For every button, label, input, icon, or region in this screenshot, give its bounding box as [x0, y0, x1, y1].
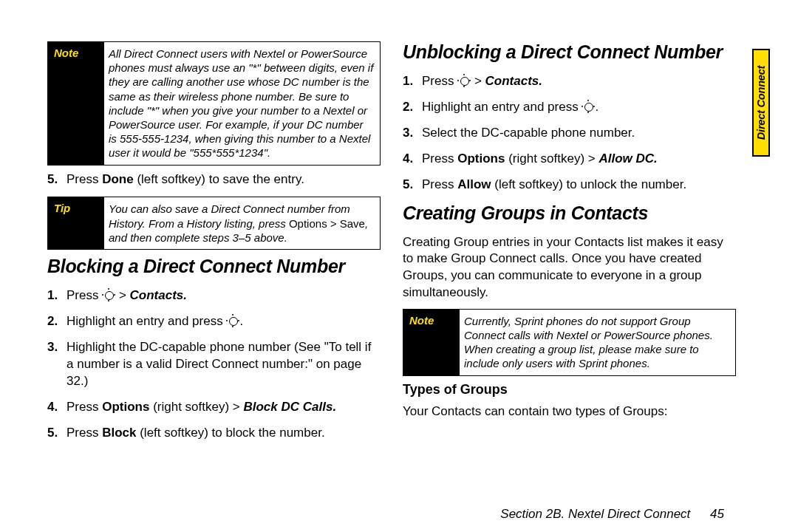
unblock-step-3: 3. Select the DC-capable phone number.: [403, 125, 736, 142]
text: (left softkey) to unlock the number.: [491, 177, 687, 191]
text: (left softkey) to block the number.: [136, 426, 324, 440]
unblock-step-4: 4. Press Options (right softkey) > Allow…: [403, 151, 736, 168]
block-step-4: 4. Press Options (right softkey) > Block…: [47, 399, 381, 416]
bold-text: Block: [102, 426, 136, 440]
save-steps-continued: 5. Press Done (left softkey) to save the…: [47, 171, 381, 188]
heading-blocking: Blocking a Direct Connect Number: [47, 256, 381, 277]
note-box-1: Note All Direct Connect users with Nexte…: [47, 41, 381, 166]
heading-groups: Creating Groups in Contacts: [403, 202, 736, 224]
text: .: [595, 100, 598, 114]
menu-item: Allow DC.: [598, 151, 657, 166]
block-step-2: 2. Highlight an entry and press .: [47, 313, 381, 330]
block-step-1: 1. Press > Contacts.: [47, 287, 381, 304]
step-5: 5. Press Done (left softkey) to save the…: [47, 171, 381, 188]
heading-types: Types of Groups: [403, 382, 736, 398]
text: Highlight the DC-capable phone number (S…: [66, 340, 371, 388]
block-step-5: 5. Press Block (left softkey) to block t…: [47, 425, 381, 442]
menu-item: Contacts.: [130, 288, 187, 302]
types-paragraph: Your Contacts can contain two types of G…: [403, 403, 736, 420]
blocking-steps: 1. Press > Contacts. 2. Highlight an ent…: [47, 287, 381, 442]
note-label: Note: [48, 42, 104, 165]
tip-body: You can also save a Direct Connect numbe…: [104, 197, 380, 249]
unblock-step-1: 1. Press > Contacts.: [403, 73, 736, 90]
text: (right softkey) >: [149, 400, 243, 414]
bold-text: Done: [102, 172, 134, 186]
side-tab-label: Direct Connect: [755, 66, 767, 140]
bold-text: Allow: [457, 177, 491, 191]
heading-unblocking: Unblocking a Direct Connect Number: [403, 41, 736, 63]
note-box-2: Note Currently, Sprint phones do not sup…: [403, 309, 736, 376]
section-label: Section 2B. Nextel Direct Connect: [500, 507, 690, 521]
menu-item: Block DC Calls.: [243, 400, 336, 414]
gt: >: [115, 288, 129, 302]
block-step-3: 3. Highlight the DC-capable phone number…: [47, 339, 381, 390]
unblock-step-5: 5. Press Allow (left softkey) to unlock …: [403, 177, 736, 194]
groups-paragraph: Creating Group entries in your Contacts …: [403, 234, 736, 301]
nav-key-icon: [582, 100, 594, 112]
nav-key-icon: [227, 315, 239, 327]
bold-text: Options: [457, 151, 505, 166]
text: Press: [66, 400, 102, 414]
text: Press: [66, 426, 102, 440]
bold-text: Options: [102, 400, 149, 414]
text: Press: [422, 74, 457, 88]
text: Press: [66, 288, 102, 302]
note-body: Currently, Sprint phones do not support …: [460, 310, 735, 375]
text: (left softkey) to save the entry.: [134, 172, 304, 186]
text: Highlight an entry and press: [422, 100, 582, 114]
page-footer: Section 2B. Nextel Direct Connect 45: [500, 507, 724, 522]
page-content: Note All Direct Connect users with Nexte…: [47, 41, 736, 514]
note-label: Note: [403, 310, 460, 375]
menu-item: Contacts.: [485, 74, 542, 88]
right-column: Unblocking a Direct Connect Number 1. Pr…: [403, 41, 736, 514]
text: .: [239, 314, 243, 328]
text: Press: [422, 177, 457, 191]
left-column: Note All Direct Connect users with Nexte…: [47, 41, 381, 514]
text: Press: [422, 151, 457, 166]
nav-key-icon: [103, 289, 115, 301]
unblocking-steps: 1. Press > Contacts. 2. Highlight an ent…: [403, 73, 736, 194]
page-number: 45: [710, 507, 724, 521]
tip-label: Tip: [48, 197, 104, 249]
side-tab: Direct Connect: [754, 50, 768, 155]
nav-key-icon: [458, 75, 470, 86]
gt: >: [471, 74, 485, 88]
text: Highlight an entry and press: [66, 314, 226, 328]
text: Press: [66, 172, 102, 186]
tip-box: Tip You can also save a Direct Connect n…: [47, 197, 381, 250]
text: (right softkey) >: [505, 151, 598, 166]
unblock-step-2: 2. Highlight an entry and press .: [403, 99, 736, 116]
note-body: All Direct Connect users with Nextel or …: [104, 42, 380, 165]
text: Select the DC-capable phone number.: [422, 126, 635, 140]
